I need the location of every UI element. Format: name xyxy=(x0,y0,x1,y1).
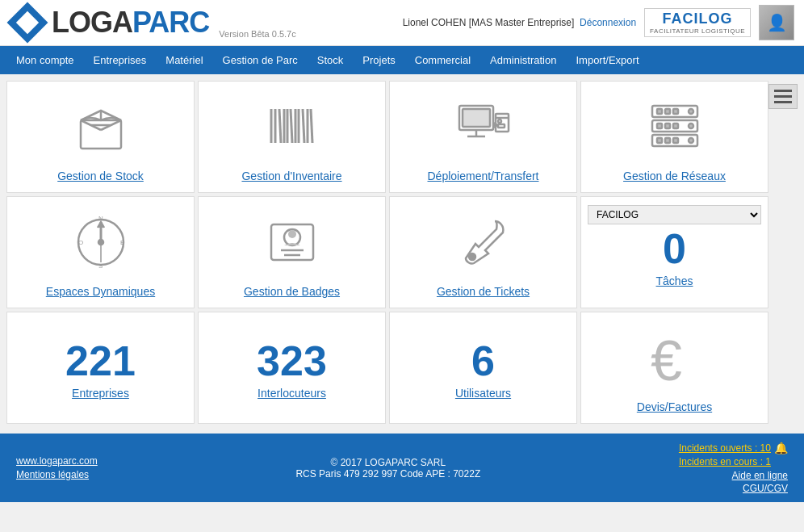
stock-icon xyxy=(69,94,133,161)
logo-loga: LOGA xyxy=(52,6,132,39)
footer: www.logaparc.com Mentions légales © 2017… xyxy=(0,434,804,502)
svg-text:E: E xyxy=(120,239,124,246)
tile-inventaire-label[interactable]: Gestion d'Inventaire xyxy=(241,170,341,182)
entreprises-count: 221 xyxy=(65,340,136,382)
facilog-logo-text: FACILOG xyxy=(663,10,733,27)
nav-entreprises[interactable]: Entreprises xyxy=(84,46,157,74)
svg-point-20 xyxy=(498,119,501,123)
hamburger-line-2 xyxy=(774,95,792,98)
tile-deploiement[interactable]: Déploiement/Transfert xyxy=(389,81,577,193)
tile-devis-label[interactable]: Devis/Factures xyxy=(637,400,712,413)
nav-projets[interactable]: Projets xyxy=(353,46,404,74)
nav-gestion-parc[interactable]: Gestion de Parc xyxy=(213,46,308,74)
reseaux-icon xyxy=(643,94,707,161)
hamburger-icon[interactable] xyxy=(768,84,798,109)
footer-logaparc-link[interactable]: www.logaparc.com xyxy=(16,455,98,467)
svg-point-41 xyxy=(98,240,103,245)
footer-right-links: Aide en ligne CGU/CGV xyxy=(732,470,788,494)
svg-rect-18 xyxy=(496,114,509,132)
tile-utilisateurs-count[interactable]: 6 Utilisateurs xyxy=(389,312,577,424)
svg-rect-36 xyxy=(673,138,678,143)
user-info: Lionel COHEN [MAS Master Entreprise] Déc… xyxy=(403,17,636,28)
svg-point-37 xyxy=(689,109,693,114)
logo-diamond-wrapper xyxy=(10,5,45,40)
disconnect-link[interactable]: Déconnexion xyxy=(580,17,636,28)
facilog-sub-text: FACILITATEUR LOGISTIQUE xyxy=(650,27,745,35)
hamburger-line-3 xyxy=(774,101,792,103)
footer-copyright: © 2017 LOGAPARC SARL xyxy=(295,457,480,468)
incidents-ongoing-link[interactable]: Incidents en cours : 1 xyxy=(679,456,771,467)
nav-bar: Mon compte Entreprises Matériel Gestion … xyxy=(0,46,804,74)
facilog-logo: FACILOG FACILITATEUR LOGISTIQUE xyxy=(644,8,751,37)
svg-rect-34 xyxy=(657,138,662,143)
devis-icon: € xyxy=(643,325,707,392)
tile-inventaire[interactable]: Gestion d'Inventaire xyxy=(198,81,386,193)
tile-espaces[interactable]: N S O E Espaces Dynamiques xyxy=(6,196,195,308)
avatar-image: 👤 xyxy=(760,6,794,40)
inventaire-icon xyxy=(260,94,325,161)
svg-rect-29 xyxy=(665,109,670,114)
nav-administration[interactable]: Administration xyxy=(480,46,566,74)
svg-rect-35 xyxy=(665,138,670,143)
svg-line-15 xyxy=(311,109,312,143)
tile-reseaux[interactable]: Gestion de Réseaux xyxy=(580,81,768,193)
deploiement-icon xyxy=(451,94,516,161)
svg-rect-21 xyxy=(498,124,505,128)
tile-entreprises-count[interactable]: 221 Entreprises xyxy=(6,312,195,424)
footer-rcs: RCS Paris 479 292 997 Code APE : 7022Z xyxy=(295,468,480,480)
tile-espaces-label[interactable]: Espaces Dynamiques xyxy=(46,285,155,298)
nav-stock[interactable]: Stock xyxy=(308,46,354,74)
tiles-area: Gestion de Stock xyxy=(6,81,768,427)
tiles-row3: 221 Entreprises 323 Interlocuteurs 6 Uti… xyxy=(6,312,768,424)
tile-taches-label[interactable]: Tâches xyxy=(656,274,693,287)
top-bar: LOGAPARC Version Bêta 0.5.7c Lionel COHE… xyxy=(0,0,804,46)
tile-stock[interactable]: Gestion de Stock xyxy=(6,81,195,193)
tile-devis[interactable]: € Devis/Factures xyxy=(580,312,768,424)
svg-line-10 xyxy=(291,109,292,143)
tile-tickets-label[interactable]: Gestion de Tickets xyxy=(437,285,530,298)
svg-rect-17 xyxy=(463,109,490,127)
tiles-row2: N S O E Espaces Dynamiques xyxy=(6,196,768,308)
incidents-open-link[interactable]: Incidents ouverts : 10 xyxy=(679,442,771,454)
tasks-select[interactable]: FACILOG xyxy=(588,205,761,224)
badges-icon xyxy=(260,210,325,277)
tile-reseaux-label[interactable]: Gestion de Réseaux xyxy=(623,170,726,182)
tile-interlocuteurs-label[interactable]: Interlocuteurs xyxy=(258,387,326,400)
tile-entreprises-label[interactable]: Entreprises xyxy=(72,387,129,400)
taches-count: 0 xyxy=(663,228,686,270)
logo-area: LOGAPARC Version Bêta 0.5.7c xyxy=(10,5,296,40)
footer-right: Incidents ouverts : 10 🔔 Incidents en co… xyxy=(679,442,788,494)
svg-point-39 xyxy=(689,138,693,143)
incidents-open-row: Incidents ouverts : 10 🔔 xyxy=(679,442,788,455)
tile-badges[interactable]: Gestion de Badges xyxy=(198,196,386,308)
tile-deploiement-label[interactable]: Déploiement/Transfert xyxy=(428,170,539,182)
cgv-link[interactable]: CGU/CGV xyxy=(743,483,788,494)
svg-text:N: N xyxy=(98,215,103,222)
utilisateurs-count: 6 xyxy=(471,340,495,382)
tile-interlocuteurs-count[interactable]: 323 Interlocuteurs xyxy=(198,312,386,424)
svg-line-13 xyxy=(303,109,304,143)
version-text: Version Bêta 0.5.7c xyxy=(219,29,295,40)
hamburger-line-1 xyxy=(774,90,792,92)
nav-mon-compte[interactable]: Mon compte xyxy=(6,46,84,74)
bell-icon: 🔔 xyxy=(774,442,788,455)
tiles-row1: Gestion de Stock xyxy=(6,81,768,193)
tickets-icon xyxy=(451,210,516,277)
nav-materiel[interactable]: Matériel xyxy=(156,46,212,74)
tile-badges-label[interactable]: Gestion de Badges xyxy=(244,285,340,298)
user-name: Lionel COHEN [MAS Master Entreprise] xyxy=(403,17,575,28)
footer-mentions-link[interactable]: Mentions légales xyxy=(16,469,98,480)
tile-taches[interactable]: FACILOG 0 Tâches xyxy=(580,196,768,308)
right-header: Lionel COHEN [MAS Master Entreprise] Déc… xyxy=(403,5,794,40)
tile-stock-label[interactable]: Gestion de Stock xyxy=(57,170,144,182)
nav-import-export[interactable]: Import/Export xyxy=(566,46,648,74)
footer-incidents: Incidents ouverts : 10 🔔 Incidents en co… xyxy=(679,442,788,467)
logo-text: LOGAPARC xyxy=(52,6,209,40)
tile-utilisateurs-label[interactable]: Utilisateurs xyxy=(455,387,511,400)
nav-commercial[interactable]: Commercial xyxy=(405,46,480,74)
svg-rect-28 xyxy=(657,109,662,114)
tile-tickets[interactable]: Gestion de Tickets xyxy=(389,196,577,308)
aide-link[interactable]: Aide en ligne xyxy=(732,470,788,481)
logo-parc: PARC xyxy=(132,6,209,39)
svg-text:S: S xyxy=(98,262,103,270)
